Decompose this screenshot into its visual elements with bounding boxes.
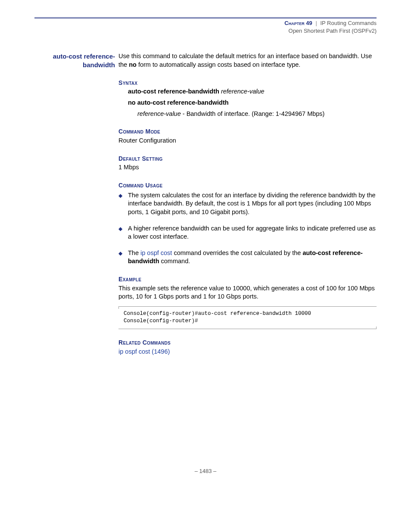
list-item: The ip ospf cost command overrides the c…	[128, 249, 377, 266]
running-header: Chapter 49 | IP Routing Commands Open Sh…	[34, 19, 377, 35]
default-setting-heading: Default Setting	[118, 155, 377, 163]
related-command-link[interactable]: ip ospf cost (1496)	[118, 348, 377, 356]
command-content: Use this command to calculate the defaul…	[118, 52, 377, 356]
ip-ospf-cost-link[interactable]: ip ospf cost	[140, 249, 172, 256]
page-number: – 1483 –	[34, 468, 377, 474]
header-separator: |	[315, 20, 317, 26]
example-heading: Example	[118, 275, 377, 283]
command-name-margin: auto-cost reference- bandwidth	[34, 52, 118, 69]
command-block: auto-cost reference- bandwidth Use this …	[34, 52, 377, 356]
header-rule-top	[34, 17, 377, 18]
command-usage-heading: Command Usage	[118, 181, 377, 190]
list-item: A higher reference bandwidth can be used…	[128, 224, 377, 241]
command-mode-value: Router Configuration	[118, 137, 377, 145]
header-rule-bottom	[34, 18, 377, 19]
chapter-title: IP Routing Commands	[320, 20, 377, 26]
syntax-heading: Syntax	[118, 79, 377, 87]
syntax-line-1: auto-cost reference-bandwidth reference-…	[128, 87, 377, 96]
related-commands-heading: Related Commands	[118, 339, 377, 347]
syntax-arg-desc: reference-value - Bandwidth of interface…	[137, 110, 377, 118]
default-setting-value: 1 Mbps	[118, 163, 377, 172]
command-intro: Use this command to calculate the defaul…	[118, 52, 377, 69]
syntax-line-2: no auto-cost reference-bandwidth	[128, 99, 377, 107]
example-code: Console(config-router)#auto-cost referen…	[118, 306, 377, 329]
section-title: Open Shortest Path First (OSPFv2)	[289, 28, 377, 34]
page-container: Chapter 49 | IP Routing Commands Open Sh…	[0, 0, 411, 492]
list-item: The system calculates the cost for an in…	[128, 191, 377, 217]
command-usage-list: The system calculates the cost for an in…	[118, 191, 377, 266]
example-text: This example sets the reference value to…	[118, 284, 377, 301]
chapter-label: Chapter 49	[284, 20, 312, 26]
command-mode-heading: Command Mode	[118, 128, 377, 136]
